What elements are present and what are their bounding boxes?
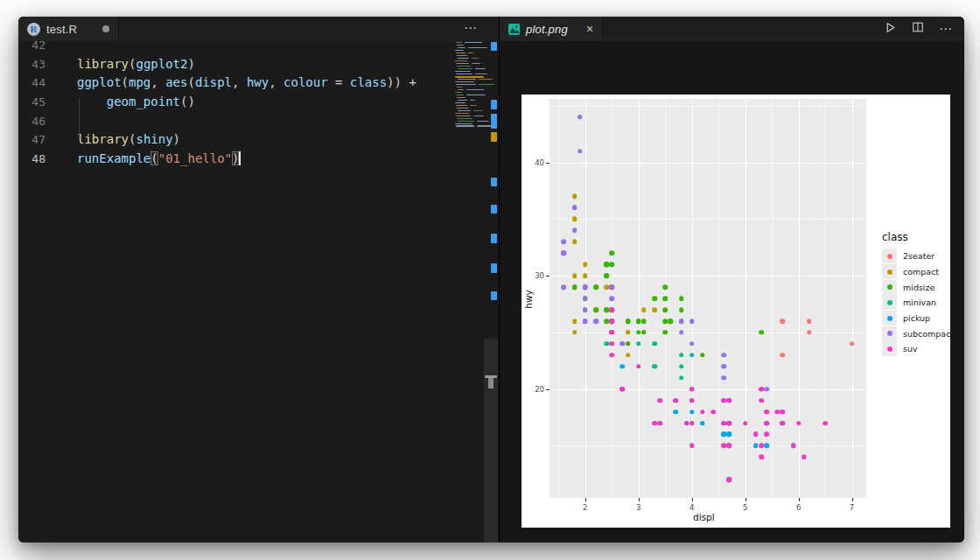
data-point <box>572 273 578 278</box>
data-point <box>626 318 631 324</box>
data-point <box>636 364 641 369</box>
tab-label: test.R <box>46 23 77 36</box>
code-line[interactable]: 48runExample("01_hello") <box>18 150 456 169</box>
legend-dot-icon <box>887 270 892 275</box>
data-point <box>626 330 631 335</box>
data-point <box>679 364 684 369</box>
data-point <box>822 421 828 426</box>
editor-pane-right: plot.png × ⋯ hwy displ cla <box>499 17 964 542</box>
line-number: 47 <box>18 130 46 150</box>
x-axis-title: displ <box>693 512 715 522</box>
minimap[interactable] <box>455 39 484 136</box>
data-point <box>674 410 679 415</box>
gridline <box>746 99 746 498</box>
y-axis-title: hwy <box>523 290 534 308</box>
tab-plot-png[interactable]: plot.png × <box>500 17 603 41</box>
warning-line-marker <box>491 132 497 142</box>
legend-item: pickup <box>882 311 954 326</box>
data-point <box>743 421 748 426</box>
data-point <box>572 318 578 324</box>
data-point <box>759 455 764 460</box>
chart-legend: class 2seatercompactmidsizeminivanpickup… <box>882 231 954 357</box>
data-point <box>578 149 583 154</box>
data-point <box>636 341 641 346</box>
legend-dot-icon <box>887 316 892 321</box>
code-line[interactable]: 47library(shiny) <box>18 130 456 150</box>
legend-item: subcompact <box>882 326 954 341</box>
data-point <box>764 410 769 415</box>
data-point <box>604 273 609 278</box>
modified-line-marker <box>491 263 497 273</box>
legend-label: minivan <box>903 298 936 307</box>
legend-key <box>882 311 897 326</box>
legend-item: compact <box>882 264 954 280</box>
split-editor-icon[interactable] <box>912 21 924 37</box>
data-point <box>652 341 657 346</box>
x-tick <box>746 498 746 501</box>
x-tick <box>852 498 853 501</box>
text-cursor <box>239 151 241 165</box>
gridline <box>550 219 866 220</box>
data-point <box>759 398 764 403</box>
legend-label: pickup <box>903 313 930 323</box>
modified-dot-icon[interactable] <box>102 25 109 32</box>
plot-panel <box>550 99 866 498</box>
editor-pane-left: 4243library(ggplot2)44ggplot(mpg, aes(di… <box>18 17 498 542</box>
data-point <box>721 421 726 426</box>
tab-test-r[interactable]: R test.R <box>18 17 119 41</box>
data-point <box>641 307 647 312</box>
data-point <box>721 398 726 403</box>
data-point <box>700 410 705 415</box>
data-point <box>652 421 657 426</box>
data-point <box>721 375 726 381</box>
legend-dot-icon <box>887 284 892 290</box>
data-point <box>572 239 578 244</box>
data-point <box>657 421 662 426</box>
data-point <box>636 318 641 324</box>
data-point <box>572 217 578 222</box>
code-line[interactable]: 44ggplot(mpg, aes(displ, hwy, colour = c… <box>18 74 456 93</box>
data-point <box>610 284 615 290</box>
data-point <box>721 444 726 449</box>
data-point <box>690 353 695 358</box>
code-line[interactable]: 45 geom_point() <box>18 93 456 112</box>
modified-line-marker <box>491 205 497 214</box>
close-icon[interactable]: × <box>586 23 593 35</box>
data-point <box>662 330 668 335</box>
data-point <box>610 318 615 324</box>
gridline <box>692 99 693 498</box>
code-line[interactable]: 46 <box>18 112 456 131</box>
y-tick-label: 20 <box>527 385 544 394</box>
gridline <box>639 99 640 498</box>
data-point <box>679 375 684 381</box>
legend-key <box>882 295 897 310</box>
modified-line-marker <box>491 42 497 51</box>
data-point <box>572 284 578 290</box>
gridline <box>550 332 866 333</box>
gridline <box>558 99 559 498</box>
data-point <box>562 250 567 256</box>
data-point <box>721 432 726 438</box>
data-point <box>610 330 615 335</box>
more-actions-icon[interactable]: ⋯ <box>464 20 479 36</box>
modified-line-marker <box>491 100 497 109</box>
r-language-icon: R <box>27 23 40 36</box>
data-point <box>774 410 780 415</box>
data-point <box>690 341 695 346</box>
legend-dot-icon <box>887 254 892 259</box>
run-icon[interactable] <box>884 21 897 38</box>
code-line[interactable]: 43library(ggplot2) <box>18 55 456 74</box>
legend-dot-icon <box>887 346 892 352</box>
data-point <box>652 296 657 301</box>
data-point <box>807 330 812 335</box>
editor-actions: ⋯ <box>884 17 954 41</box>
data-point <box>684 421 690 426</box>
data-point <box>690 410 695 415</box>
data-point <box>578 115 583 120</box>
more-actions-icon[interactable]: ⋯ <box>939 21 954 37</box>
data-point <box>626 353 631 358</box>
code-editor[interactable]: 4243library(ggplot2)44ggplot(mpg, aes(di… <box>18 36 456 169</box>
data-point <box>604 284 609 290</box>
data-point <box>753 432 759 438</box>
data-point <box>583 273 588 278</box>
